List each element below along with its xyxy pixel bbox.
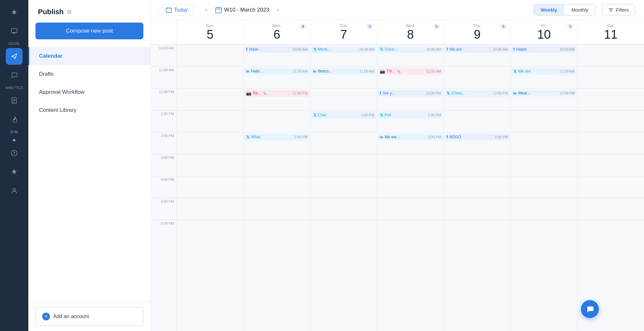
icon-bar-help[interactable] <box>6 145 23 161</box>
sun-slot-8[interactable] <box>177 220 243 242</box>
tue-slot-8[interactable] <box>311 220 377 242</box>
event-thu-2[interactable]: 𝕏 Chest... 12:00 PM <box>445 90 510 97</box>
event-tue-1[interactable]: in Welco... 11:00 AM <box>311 68 376 74</box>
sun-slot-6[interactable] <box>177 176 243 198</box>
event-wed-4[interactable]: in We wa... 2:00 PM <box>378 134 443 140</box>
gear-icon[interactable]: ⚙ <box>67 8 72 15</box>
wed-slot-8[interactable] <box>377 220 444 242</box>
add-account-button[interactable]: + Add an account <box>35 307 143 326</box>
thu-slot-5[interactable] <box>444 154 510 176</box>
sat-slot-0[interactable] <box>578 44 644 66</box>
sun-slot-2[interactable] <box>177 88 243 110</box>
sidebar-item-calendar[interactable]: Calendar <box>28 47 150 65</box>
event-fri-0[interactable]: f Happt 10:00 AM <box>511 46 576 53</box>
icon-bar-fire[interactable] <box>6 111 23 128</box>
mon-slot-2[interactable]: 📷 Re... 📎 12:00 PM <box>244 88 310 110</box>
weekly-view-button[interactable]: Weekly <box>533 5 564 15</box>
icon-bar-paper-plane[interactable] <box>6 48 23 65</box>
icon-bar-chat[interactable] <box>6 67 23 83</box>
tue-slot-2[interactable] <box>311 88 377 110</box>
event-wed-3[interactable]: 𝕏 Poll 1:00 PM <box>378 112 443 119</box>
sun-slot-3[interactable] <box>177 110 243 132</box>
tue-slot-1[interactable]: in Welco... 11:00 AM <box>311 66 377 88</box>
mon-slot-3[interactable] <box>244 110 310 132</box>
mon-slot-5[interactable] <box>244 154 310 176</box>
mon-slot-8[interactable] <box>244 220 310 242</box>
sun-slot-1[interactable] <box>177 66 243 88</box>
event-fri-2[interactable]: in Weat... 12:00 PM <box>511 90 576 96</box>
thu-slot-0[interactable]: f We are 10:00 AM <box>444 44 510 66</box>
sun-slot-0[interactable] <box>177 44 243 66</box>
tue-slot-3[interactable]: 𝕏 Chec 1:00 PM <box>311 110 377 132</box>
wed-slot-1[interactable]: 📷 Thi... 📎 11:00 AM <box>377 66 444 88</box>
sat-slot-8[interactable] <box>578 220 644 242</box>
event-tue-3[interactable]: 𝕏 Chec 1:00 PM <box>311 112 376 119</box>
event-wed-2[interactable]: f Are y... 12:00 PM <box>378 90 443 96</box>
fri-slot-6[interactable] <box>511 176 577 198</box>
tue-slot-0[interactable]: 𝕏 Menti... 10:30 AM <box>311 44 377 66</box>
icon-bar-screen[interactable] <box>6 23 23 39</box>
event-fri-1[interactable]: 𝕏 We are 11:00 AM <box>511 68 576 75</box>
event-wed-0[interactable]: 𝕏 Good... 10:00 AM <box>378 46 443 53</box>
event-mon-1[interactable]: in Hello ... 11:00 AM <box>244 68 309 74</box>
fri-slot-8[interactable] <box>511 220 577 242</box>
event-thu-0[interactable]: f We are 10:00 AM <box>445 46 510 53</box>
thu-slot-7[interactable] <box>444 198 510 220</box>
fri-slot-7[interactable] <box>511 198 577 220</box>
sat-slot-5[interactable] <box>578 154 644 176</box>
event-wed-1[interactable]: 📷 Thi... 📎 11:00 AM <box>378 68 443 75</box>
event-mon-2[interactable]: 📷 Re... 📎 12:00 PM <box>244 90 309 97</box>
sat-slot-2[interactable] <box>578 88 644 110</box>
sat-slot-3[interactable] <box>578 110 644 132</box>
monthly-view-button[interactable]: Monthly <box>564 5 596 15</box>
wed-slot-4[interactable]: in We wa... 2:00 PM <box>377 132 444 154</box>
wed-slot-6[interactable] <box>377 176 444 198</box>
compose-button[interactable]: Compose new post <box>35 23 143 39</box>
today-button[interactable]: Today <box>160 5 194 15</box>
thu-slot-6[interactable] <box>444 176 510 198</box>
mon-slot-0[interactable]: f Have ... 10:00 AM <box>244 44 310 66</box>
icon-bar-user[interactable] <box>6 182 23 199</box>
wed-slot-2[interactable]: f Are y... 12:00 PM <box>377 88 444 110</box>
mon-slot-7[interactable] <box>244 198 310 220</box>
filter-button[interactable]: Filters <box>602 4 635 15</box>
prev-week-button[interactable]: ‹ <box>203 5 210 15</box>
thu-slot-2[interactable]: 𝕏 Chest... 12:00 PM <box>444 88 510 110</box>
tue-slot-5[interactable] <box>311 154 377 176</box>
sun-slot-7[interactable] <box>177 198 243 220</box>
thu-slot-3[interactable] <box>444 110 510 132</box>
wed-slot-3[interactable]: 𝕏 Poll 1:00 PM <box>377 110 444 132</box>
sun-slot-4[interactable] <box>177 132 243 154</box>
sidebar-item-approval[interactable]: Approval Workflow <box>28 83 150 101</box>
sat-slot-7[interactable] <box>578 198 644 220</box>
fri-slot-4[interactable] <box>511 132 577 154</box>
sat-slot-4[interactable] <box>578 132 644 154</box>
icon-bar-star2[interactable]: ★ <box>6 163 23 180</box>
sidebar-item-drafts[interactable]: Drafts <box>28 65 150 83</box>
event-mon-0[interactable]: f Have ... 10:00 AM <box>244 46 309 53</box>
fri-slot-1[interactable]: 𝕏 We are 11:00 AM <box>511 66 577 88</box>
fri-slot-0[interactable]: f Happt 10:00 AM <box>511 44 577 66</box>
fri-slot-3[interactable] <box>511 110 577 132</box>
fri-slot-2[interactable]: in Weat... 12:00 PM <box>511 88 577 110</box>
tue-slot-6[interactable] <box>311 176 377 198</box>
thu-slot-8[interactable] <box>444 220 510 242</box>
event-thu-4[interactable]: f BOGO 2:00 PM <box>445 134 510 140</box>
thu-slot-4[interactable]: f BOGO 2:00 PM <box>444 132 510 154</box>
event-tue-0[interactable]: 𝕏 Menti... 10:30 AM <box>311 46 376 53</box>
chat-bubble[interactable] <box>581 300 599 318</box>
wed-slot-5[interactable] <box>377 154 444 176</box>
next-week-button[interactable]: › <box>274 5 282 15</box>
tue-slot-4[interactable] <box>311 132 377 154</box>
icon-bar-doc[interactable] <box>6 92 23 109</box>
sat-slot-6[interactable] <box>578 176 644 198</box>
thu-slot-1[interactable] <box>444 66 510 88</box>
wed-slot-0[interactable]: 𝕏 Good... 10:00 AM <box>377 44 444 66</box>
sat-slot-1[interactable] <box>578 66 644 88</box>
sidebar-item-content[interactable]: Content Library <box>28 101 150 119</box>
sun-slot-5[interactable] <box>177 154 243 176</box>
icon-bar-star[interactable]: ★ <box>6 4 23 21</box>
mon-slot-6[interactable] <box>244 176 310 198</box>
event-mon-4[interactable]: 𝕏 What 2:00 PM <box>244 134 309 141</box>
wed-slot-7[interactable] <box>377 198 444 220</box>
